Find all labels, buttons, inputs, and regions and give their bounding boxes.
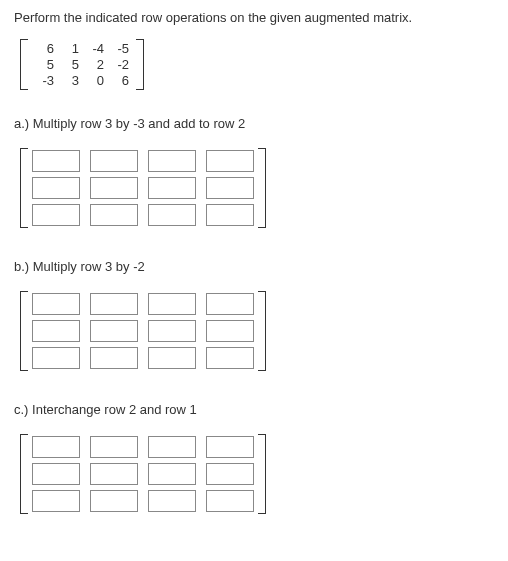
matrix-cell: 5 bbox=[32, 57, 57, 72]
answer-cell-input[interactable] bbox=[148, 490, 196, 512]
bracket-left-icon bbox=[18, 431, 28, 517]
answer-cell-input[interactable] bbox=[148, 150, 196, 172]
answer-row bbox=[32, 150, 254, 172]
matrix-row: -3 3 0 6 bbox=[32, 73, 132, 88]
answer-cell-input[interactable] bbox=[148, 436, 196, 458]
answer-row bbox=[32, 347, 254, 369]
answer-row bbox=[32, 436, 254, 458]
given-matrix: 6 1 -4 -5 5 5 2 -2 -3 3 0 6 bbox=[18, 39, 494, 90]
part-b-label: b.) Multiply row 3 by -2 bbox=[14, 259, 494, 274]
matrix-cell: 6 bbox=[32, 41, 57, 56]
bracket-right-icon bbox=[258, 145, 268, 231]
answer-cell-input[interactable] bbox=[90, 177, 138, 199]
answer-cell-input[interactable] bbox=[32, 320, 80, 342]
answer-cell-input[interactable] bbox=[90, 463, 138, 485]
bracket-right-icon bbox=[136, 39, 146, 90]
bracket-left-icon bbox=[18, 39, 28, 90]
matrix-cell: 1 bbox=[57, 41, 82, 56]
answer-matrix-a bbox=[18, 145, 494, 231]
answer-cell-input[interactable] bbox=[32, 150, 80, 172]
matrix-cell: 3 bbox=[57, 73, 82, 88]
answer-cell-input[interactable] bbox=[206, 320, 254, 342]
answer-cell-input[interactable] bbox=[148, 204, 196, 226]
answer-cell-input[interactable] bbox=[90, 293, 138, 315]
answer-matrix-b bbox=[18, 288, 494, 374]
answer-cell-input[interactable] bbox=[90, 150, 138, 172]
matrix-cell: 6 bbox=[107, 73, 132, 88]
answer-cell-input[interactable] bbox=[206, 463, 254, 485]
answer-cell-input[interactable] bbox=[206, 293, 254, 315]
answer-row bbox=[32, 177, 254, 199]
answer-cell-input[interactable] bbox=[206, 490, 254, 512]
answer-cell-input[interactable] bbox=[32, 293, 80, 315]
matrix-row: 6 1 -4 -5 bbox=[32, 41, 132, 56]
answer-cell-input[interactable] bbox=[90, 436, 138, 458]
answer-cell-input[interactable] bbox=[90, 320, 138, 342]
answer-cell-input[interactable] bbox=[32, 490, 80, 512]
answer-cell-input[interactable] bbox=[32, 436, 80, 458]
matrix-cell: -2 bbox=[107, 57, 132, 72]
answer-row bbox=[32, 463, 254, 485]
instruction-text: Perform the indicated row operations on … bbox=[14, 10, 494, 25]
answer-cell-input[interactable] bbox=[206, 436, 254, 458]
answer-cell-input[interactable] bbox=[206, 204, 254, 226]
answer-cell-input[interactable] bbox=[90, 490, 138, 512]
bracket-right-icon bbox=[258, 431, 268, 517]
answer-cell-input[interactable] bbox=[32, 463, 80, 485]
matrix-cell: -4 bbox=[82, 41, 107, 56]
matrix-cell: 0 bbox=[82, 73, 107, 88]
matrix-cell: -3 bbox=[32, 73, 57, 88]
answer-cell-input[interactable] bbox=[206, 150, 254, 172]
matrix-row: 5 5 2 -2 bbox=[32, 57, 132, 72]
answer-cell-input[interactable] bbox=[32, 204, 80, 226]
answer-row bbox=[32, 204, 254, 226]
answer-row bbox=[32, 490, 254, 512]
answer-cell-input[interactable] bbox=[148, 347, 196, 369]
matrix-cell: 2 bbox=[82, 57, 107, 72]
bracket-left-icon bbox=[18, 288, 28, 374]
answer-cell-input[interactable] bbox=[148, 320, 196, 342]
answer-cell-input[interactable] bbox=[32, 347, 80, 369]
part-a-label: a.) Multiply row 3 by -3 and add to row … bbox=[14, 116, 494, 131]
answer-cell-input[interactable] bbox=[148, 177, 196, 199]
answer-cell-input[interactable] bbox=[206, 347, 254, 369]
bracket-right-icon bbox=[258, 288, 268, 374]
answer-cell-input[interactable] bbox=[90, 204, 138, 226]
matrix-cell: -5 bbox=[107, 41, 132, 56]
answer-matrix-c bbox=[18, 431, 494, 517]
bracket-left-icon bbox=[18, 145, 28, 231]
answer-cell-input[interactable] bbox=[32, 177, 80, 199]
matrix-cell: 5 bbox=[57, 57, 82, 72]
answer-cell-input[interactable] bbox=[90, 347, 138, 369]
answer-cell-input[interactable] bbox=[148, 463, 196, 485]
answer-row bbox=[32, 320, 254, 342]
answer-cell-input[interactable] bbox=[148, 293, 196, 315]
answer-row bbox=[32, 293, 254, 315]
part-c-label: c.) Interchange row 2 and row 1 bbox=[14, 402, 494, 417]
answer-cell-input[interactable] bbox=[206, 177, 254, 199]
